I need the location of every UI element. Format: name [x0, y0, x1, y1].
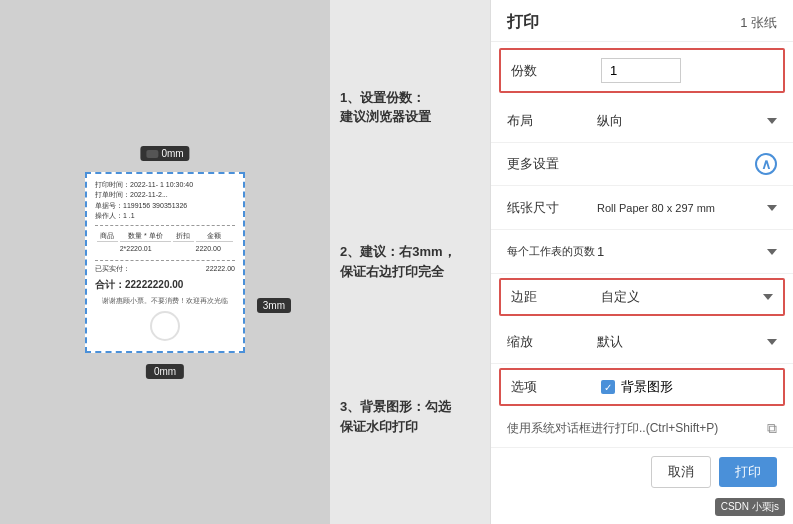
more-settings-row[interactable]: 更多设置 ∧: [491, 143, 793, 186]
step2-title: 2、建议：右3mm，: [340, 242, 480, 262]
paper-size-select-wrapper[interactable]: Roll Paper 80 x 297 mm: [597, 202, 777, 214]
step3-detail: 保证水印打印: [340, 417, 480, 437]
step1-title: 1、设置份数：: [340, 88, 480, 108]
scale-chevron-icon: [767, 339, 777, 345]
receipt-num-row: 单据号：1199156 390351326: [95, 201, 235, 212]
margins-chevron-icon: [763, 294, 773, 300]
step3-title: 3、背景图形：勾选: [340, 397, 480, 417]
scale-label: 缩放: [507, 333, 597, 351]
col-qty: 数量 * 单价: [120, 231, 171, 243]
scale-row: 缩放 默认: [491, 320, 793, 364]
receipt-wrapper: 打印时间：2022-11- 1 10:30:40 打单时间：2022-11-2.…: [85, 172, 245, 353]
margins-row: 边距 自定义: [499, 278, 785, 316]
margins-label: 边距: [511, 288, 601, 306]
divider1: [95, 225, 235, 226]
receipt-stamp: [95, 311, 235, 345]
print-panel: 打印 1 张纸 份数 布局 纵向 更多设置 ∧ 纸张尺寸 Roll Paper …: [490, 0, 793, 524]
table-header-row: 商品 数量 * 单价 折扣 金额: [97, 231, 233, 243]
pages-per-sheet-value: 1: [597, 244, 767, 259]
step1-detail: 建议浏览器设置: [340, 107, 480, 127]
order-label: 打单时间：2022-11-2...: [95, 190, 168, 201]
options-label: 选项: [511, 378, 601, 396]
scale-value: 默认: [597, 333, 767, 351]
total-row: 合计：22222220.00: [95, 277, 235, 292]
pages-per-sheet-row: 每个工作表的页数 1: [491, 230, 793, 274]
copies-row: 份数: [499, 48, 785, 93]
print-header: 打印 1 张纸: [491, 0, 793, 42]
receipt-order-row: 打单时间：2022-11-2...: [95, 190, 235, 201]
col-amount: 金额: [196, 231, 233, 243]
col-goods: 商品: [97, 231, 118, 243]
more-settings-label: 更多设置: [507, 155, 755, 173]
receipt-paper: 打印时间：2022-11- 1 10:30:40 打单时间：2022-11-2.…: [87, 174, 243, 351]
left-panel: 0mm 打印时间：2022-11- 1 10:30:40 打单时间：2022-1…: [0, 0, 330, 524]
receipt-table: 商品 数量 * 单价 折扣 金额 2*2220.01 2220.00: [95, 229, 235, 257]
receipt-container: 0mm 打印时间：2022-11- 1 10:30:40 打单时间：2022-1…: [85, 172, 245, 353]
print-title: 打印: [507, 12, 539, 33]
paid-label: 已买实付：: [95, 264, 130, 275]
badge-right: 3mm: [257, 298, 291, 313]
stamp-circle: [150, 311, 180, 341]
layout-value: 纵向: [597, 112, 767, 130]
instructions-panel: 1、设置份数： 建议浏览器设置 2、建议：右3mm， 保证右边打印完全 3、背景…: [330, 0, 490, 524]
row-name: [97, 244, 118, 255]
paper-size-row: 纸张尺寸 Roll Paper 80 x 297 mm: [491, 186, 793, 230]
date-label: 打印时间：2022-11- 1 10:30:40: [95, 180, 193, 191]
paper-size-value: Roll Paper 80 x 297 mm: [597, 202, 767, 214]
paid-value: 22222.00: [206, 264, 235, 275]
instruction-step3: 3、背景图形：勾选 保证水印打印: [340, 397, 480, 436]
margins-select-wrapper[interactable]: 自定义: [601, 288, 773, 306]
paper-size-label: 纸张尺寸: [507, 199, 597, 217]
badge-bottom: 0mm: [146, 364, 184, 379]
watermark: CSDN 小栗js: [715, 498, 785, 516]
copies-label: 份数: [511, 62, 601, 80]
table-row: 2*2220.01 2220.00: [97, 244, 233, 255]
row-amount: 2220.00: [196, 244, 233, 255]
copies-input[interactable]: [601, 58, 681, 83]
copies-value-container: [601, 58, 773, 83]
num-label: 单据号：1199156 390351326: [95, 201, 187, 212]
instruction-step2: 2、建议：右3mm， 保证右边打印完全: [340, 242, 480, 281]
background-graphics-checkbox[interactable]: [601, 380, 615, 394]
external-link-icon: ⧉: [767, 420, 777, 437]
divider2: [95, 260, 235, 261]
system-dialog-text: 使用系统对话框进行打印..(Ctrl+Shift+P): [507, 420, 763, 437]
pages-per-sheet-select-wrapper[interactable]: 1: [597, 244, 777, 259]
row-discount: [173, 244, 194, 255]
instruction-step1: 1、设置份数： 建议浏览器设置: [340, 88, 480, 127]
receipt-operator-row: 操作人：1 .1: [95, 211, 235, 222]
row-qty: 2*2220.01: [120, 244, 171, 255]
system-dialog-row[interactable]: 使用系统对话框进行打印..(Ctrl+Shift+P) ⧉: [491, 410, 793, 448]
step2-detail: 保证右边打印完全: [340, 262, 480, 282]
options-checkbox-wrapper[interactable]: 背景图形: [601, 378, 673, 396]
receipt-date-row: 打印时间：2022-11- 1 10:30:40: [95, 180, 235, 191]
layout-label: 布局: [507, 112, 597, 130]
collapse-icon[interactable]: ∧: [755, 153, 777, 175]
receipt-footer: 谢谢惠顾小票。不要消费！欢迎再次光临: [95, 296, 235, 307]
footer-bar: 取消 打印: [491, 448, 793, 496]
background-graphics-label: 背景图形: [621, 378, 673, 396]
badge-top: 0mm: [140, 146, 189, 161]
cancel-button[interactable]: 取消: [651, 456, 711, 488]
layout-select-wrapper[interactable]: 纵向: [597, 112, 777, 130]
print-pages: 1 张纸: [740, 14, 777, 32]
col-discount: 折扣: [173, 231, 194, 243]
pages-per-sheet-chevron-icon: [767, 249, 777, 255]
paper-size-chevron-icon: [767, 205, 777, 211]
scale-select-wrapper[interactable]: 默认: [597, 333, 777, 351]
print-button[interactable]: 打印: [719, 457, 777, 487]
paid-row: 已买实付： 22222.00: [95, 264, 235, 275]
layout-row: 布局 纵向: [491, 99, 793, 143]
margins-value: 自定义: [601, 288, 763, 306]
pages-per-sheet-label: 每个工作表的页数: [507, 244, 597, 259]
layout-chevron-icon: [767, 118, 777, 124]
options-row: 选项 背景图形: [499, 368, 785, 406]
operator-label: 操作人：1 .1: [95, 211, 135, 222]
